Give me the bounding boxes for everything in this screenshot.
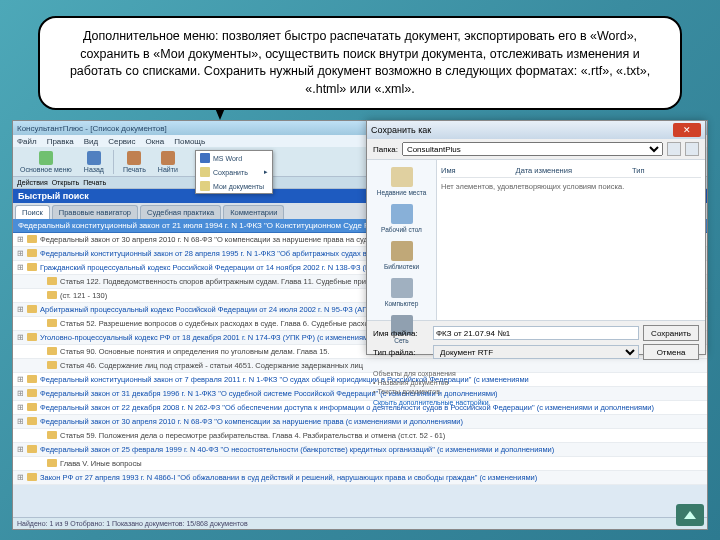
tab-search[interactable]: Поиск: [15, 205, 50, 219]
doc-icon: [27, 249, 37, 257]
save-dropdown: MS Word Сохранить▸ Мои документы: [195, 150, 273, 194]
qb-open[interactable]: Открыть: [52, 179, 80, 186]
dialog-sidebar: Недавние места Рабочий стол Библиотеки К…: [367, 160, 437, 320]
tb-print[interactable]: Печать: [120, 150, 149, 174]
dialog-titlebar: Сохранить как ✕: [367, 121, 705, 139]
col-name[interactable]: Имя: [441, 166, 456, 175]
annotation-callout: Дополнительное меню: позволяет быстро ра…: [38, 16, 682, 110]
item-text: Статья 59. Положения дела о пересмотре р…: [60, 431, 703, 440]
menu-service[interactable]: Сервис: [108, 137, 135, 146]
item-text: Закон РФ от 27 апреля 1993 г. N 4866-I "…: [40, 473, 703, 482]
doc-icon: [47, 347, 57, 355]
hint-link[interactable]: Скрыть дополнительные настройки: [373, 398, 699, 407]
doc-icon: [47, 291, 57, 299]
list-item[interactable]: ⊞Закон РФ от 27 апреля 1993 г. N 4866-I …: [13, 471, 707, 485]
folder-label: Папка:: [373, 145, 398, 154]
nav-new-icon[interactable]: [685, 142, 699, 156]
menu-windows[interactable]: Окна: [146, 137, 165, 146]
qb-print[interactable]: Печать: [83, 179, 106, 186]
folder-select[interactable]: ConsultantPlus: [402, 142, 663, 156]
item-text: Федеральный закон от 25 февраля 1999 г. …: [40, 445, 703, 454]
list-item[interactable]: ⊞Федеральный закон от 30 апреля 2010 г. …: [13, 415, 707, 429]
doc-icon: [27, 375, 37, 383]
doc-icon: [27, 263, 37, 271]
tab-navigator[interactable]: Правовые навигатор: [52, 205, 138, 219]
expand-icon[interactable]: ⊞: [17, 445, 27, 454]
dd-save[interactable]: Сохранить▸: [196, 165, 272, 179]
qb-actions[interactable]: Действия: [17, 179, 48, 186]
nav-up-icon[interactable]: [667, 142, 681, 156]
side-libraries[interactable]: Библиотеки: [371, 238, 432, 273]
menu-view[interactable]: Вид: [84, 137, 98, 146]
doc-icon: [47, 361, 57, 369]
doc-icon: [47, 431, 57, 439]
doc-icon: [27, 333, 37, 341]
doc-icon: [47, 277, 57, 285]
doc-icon: [27, 445, 37, 453]
doc-icon: [47, 319, 57, 327]
filename-label: Имя файла:: [373, 329, 429, 338]
menu-edit[interactable]: Правка: [47, 137, 74, 146]
save-dialog: Сохранить как ✕ Папка: ConsultantPlus Не…: [366, 120, 706, 355]
list-item[interactable]: Статья 59. Положения дела о пересмотре р…: [13, 429, 707, 443]
expand-icon[interactable]: ⊞: [17, 235, 27, 244]
tb-back[interactable]: Назад: [81, 150, 107, 174]
dd-word[interactable]: MS Word: [196, 151, 272, 165]
dialog-title: Сохранить как: [371, 125, 431, 135]
filetype-label: Тип файла:: [373, 348, 429, 357]
expand-icon[interactable]: ⊞: [17, 249, 27, 258]
doc-icon: [47, 459, 57, 467]
expand-icon[interactable]: ⊞: [17, 389, 27, 398]
dialog-close[interactable]: ✕: [673, 123, 701, 137]
side-recent[interactable]: Недавние места: [371, 164, 432, 199]
menu-file[interactable]: Файл: [17, 137, 37, 146]
item-text: Федеральный закон от 30 апреля 2010 г. N…: [40, 417, 703, 426]
list-item[interactable]: Глава V. Иные вопросы: [13, 457, 707, 471]
item-text: Глава V. Иные вопросы: [60, 459, 703, 468]
doc-icon: [27, 305, 37, 313]
menu-help[interactable]: Помощь: [174, 137, 205, 146]
save-button[interactable]: Сохранить: [643, 325, 699, 341]
dd-mydocs[interactable]: Мои документы: [196, 179, 272, 193]
filetype-select[interactable]: Документ RTF: [433, 345, 639, 359]
list-item[interactable]: ⊞Федеральный закон от 25 февраля 1999 г.…: [13, 443, 707, 457]
dialog-footer: Объекты для сохранения • Названия докуме…: [367, 367, 705, 409]
filename-input[interactable]: [433, 326, 639, 340]
side-desktop[interactable]: Рабочий стол: [371, 201, 432, 236]
expand-icon[interactable]: ⊞: [17, 333, 27, 342]
side-computer[interactable]: Компьютер: [371, 275, 432, 310]
col-type[interactable]: Тип: [632, 166, 645, 175]
col-date[interactable]: Дата изменения: [516, 166, 572, 175]
doc-icon: [27, 473, 37, 481]
cancel-button[interactable]: Отмена: [643, 344, 699, 360]
tab-court[interactable]: Судебная практика: [140, 205, 221, 219]
expand-icon[interactable]: ⊞: [17, 473, 27, 482]
tab-comments[interactable]: Комментарии: [223, 205, 284, 219]
tb-mainmenu[interactable]: Основное меню: [17, 150, 75, 174]
expand-icon[interactable]: ⊞: [17, 403, 27, 412]
expand-icon[interactable]: ⊞: [17, 263, 27, 272]
expand-icon[interactable]: ⊞: [17, 305, 27, 314]
tb-find[interactable]: Найти: [155, 150, 181, 174]
doc-icon: [27, 389, 37, 397]
expand-icon[interactable]: ⊞: [17, 375, 27, 384]
doc-icon: [27, 235, 37, 243]
expand-icon[interactable]: ⊞: [17, 417, 27, 426]
dialog-main: Имя Дата изменения Тип Нет элементов, уд…: [437, 160, 705, 320]
dialog-filelist: Нет элементов, удовлетворяющих условиям …: [441, 178, 701, 316]
slide-nav-button[interactable]: [676, 504, 704, 526]
doc-icon: [27, 403, 37, 411]
statusbar: Найдено: 1 из 9 Отобрано: 1 Показано док…: [13, 517, 707, 529]
doc-icon: [27, 417, 37, 425]
